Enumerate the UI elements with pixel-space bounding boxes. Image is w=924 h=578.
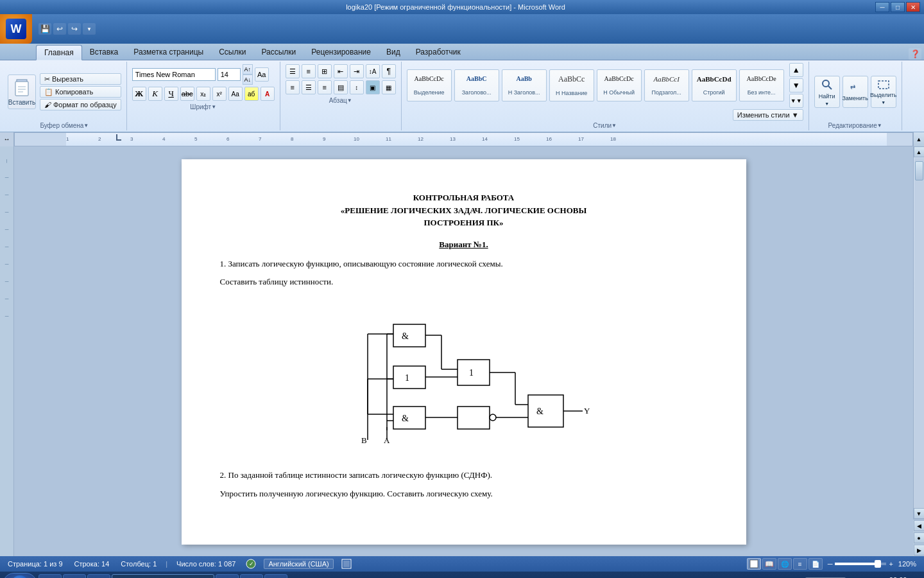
paragraph-group-label[interactable]: Абзац <box>286 96 396 104</box>
style-item-2[interactable]: AaBb Н Заголов... <box>502 69 547 101</box>
paste-button[interactable]: Вставить <box>8 74 36 109</box>
taskbar-explorer[interactable] <box>63 574 86 578</box>
subscript-button[interactable]: x₂ <box>196 87 210 101</box>
clear-format-button[interactable]: Aa <box>255 67 269 82</box>
style-item-3[interactable]: AaBbCc Н Название <box>549 69 594 101</box>
web-layout-button[interactable]: 🌐 <box>778 558 792 570</box>
superscript-button[interactable]: x² <box>212 87 227 101</box>
select-button[interactable]: Выделить ▼ <box>871 76 896 108</box>
find-button[interactable]: Найти ▼ <box>814 76 840 108</box>
tab-view[interactable]: Вид <box>379 44 408 60</box>
tab-developer[interactable]: Разработчик <box>408 44 468 60</box>
scroll-page-selector[interactable]: ● <box>914 532 925 543</box>
tab-mailings[interactable]: Рассылки <box>253 44 304 60</box>
clock-area[interactable]: 22:00 8 октября 2012 г. <box>850 575 910 578</box>
font-size-increase[interactable]: A↑ <box>243 64 253 74</box>
draft-button[interactable]: 📄 <box>809 558 823 570</box>
start-button[interactable]: ⊞ <box>3 573 37 578</box>
word-count[interactable]: Число слов: 1 087 <box>174 559 238 568</box>
show-marks-button[interactable]: ¶ <box>382 64 396 78</box>
minimize-button[interactable]: ─ <box>875 2 889 12</box>
highlight-button[interactable]: аб <box>244 87 259 101</box>
style-item-1[interactable]: AaBbC Заголово... <box>454 69 499 101</box>
style-item-0[interactable]: AaBbCcDc Выделение <box>407 69 452 101</box>
style-item-6[interactable]: AaBbCcDd Строгий <box>692 69 737 101</box>
styles-scroll-down[interactable]: ▼ <box>789 78 803 92</box>
sort-button[interactable]: ↕A <box>366 64 380 78</box>
cut-button[interactable]: ✂ Вырезать <box>40 73 121 85</box>
clipboard-group-label[interactable]: Буфер обмена <box>8 121 121 129</box>
strikethrough-button[interactable]: аbc <box>180 87 194 101</box>
align-center-button[interactable]: ☰ <box>302 80 316 94</box>
italic-button[interactable]: К <box>148 87 162 101</box>
scroll-up-button[interactable]: ▲ <box>914 146 925 157</box>
save-qa-button[interactable]: 💾 <box>38 23 51 35</box>
align-justify-button[interactable]: ▤ <box>334 80 348 94</box>
outline-button[interactable]: ≡ <box>793 558 807 570</box>
scroll-thumb[interactable] <box>915 161 923 180</box>
style-item-7[interactable]: AaBbCcDe Без инте... <box>739 69 784 101</box>
font-group-label[interactable]: Шрифт <box>132 102 275 110</box>
zoom-slider[interactable] <box>835 563 886 565</box>
font-size-decrease[interactable]: A↓ <box>243 74 253 85</box>
restore-button[interactable]: □ <box>891 2 905 12</box>
style-item-5[interactable]: AaBbCcI Подзагол... <box>644 69 689 101</box>
change-styles-button[interactable]: Изменить стили ▼ <box>733 109 803 121</box>
print-layout-button[interactable] <box>747 558 761 570</box>
col-number[interactable]: Столбец: 1 <box>118 559 159 568</box>
change-case-button[interactable]: Aa <box>228 87 243 101</box>
line-spacing-button[interactable]: ↕ <box>350 80 364 94</box>
font-name-selector[interactable]: Times New Roman <box>132 68 216 81</box>
replace-button[interactable]: ⇄ Заменить <box>843 76 868 108</box>
redo-qa-button[interactable]: ↪ <box>68 23 81 35</box>
document-area[interactable]: КОНТРОЛЬНАЯ РАБОТА «РЕШЕНИЕ ЛОГИЧЕСКИХ З… <box>14 146 913 556</box>
page-count[interactable]: Страница: 1 из 9 <box>5 559 65 568</box>
language-selector[interactable]: Английский (США) <box>264 559 333 569</box>
tab-references[interactable]: Ссылки <box>211 44 253 60</box>
format-painter-button[interactable]: 🖌 Формат по образцу <box>40 99 121 110</box>
undo-qa-button[interactable]: ↩ <box>53 23 66 35</box>
ribbon-help-button[interactable]: ❓ <box>909 48 921 60</box>
shading-button[interactable]: ▣ <box>366 80 380 94</box>
border-button[interactable]: ▦ <box>382 80 396 94</box>
bullet-list-button[interactable]: ☰ <box>286 64 300 78</box>
taskbar-ie[interactable]: e <box>38 574 62 578</box>
taskbar-word2[interactable]: W <box>240 574 263 578</box>
font-size-box[interactable]: 14 <box>218 68 241 81</box>
full-reading-button[interactable]: 📖 <box>762 558 776 570</box>
tab-home[interactable]: Главная <box>36 45 82 60</box>
taskbar-media[interactable] <box>87 574 110 578</box>
multi-list-button[interactable]: ⊞ <box>318 64 332 78</box>
font-color-button[interactable]: A <box>261 87 275 101</box>
taskbar-paint[interactable]: 🎨 <box>264 574 287 578</box>
close-button[interactable]: ✕ <box>906 2 920 12</box>
scroll-up-arrow[interactable]: ▲ <box>913 132 924 146</box>
decrease-indent-button[interactable]: ⇤ <box>334 64 348 78</box>
zoom-level[interactable]: 120% <box>896 559 919 568</box>
tab-page-layout[interactable]: Разметка страницы <box>126 44 211 60</box>
num-list-button[interactable]: ≡ <box>302 64 316 78</box>
layout-icon[interactable] <box>340 559 353 569</box>
underline-button[interactable]: Ч <box>164 87 178 101</box>
taskbar-word[interactable]: W logika20 [Режим ограни... <box>112 574 214 578</box>
scroll-down-button[interactable]: ▼ <box>914 508 925 519</box>
ruler-corner[interactable]: ↔ <box>0 132 14 146</box>
tab-review[interactable]: Рецензирование <box>304 44 379 60</box>
increase-indent-button[interactable]: ⇥ <box>350 64 364 78</box>
align-left-button[interactable]: ≡ <box>286 80 300 94</box>
styles-group-label[interactable]: Стили <box>407 121 803 129</box>
scroll-next-page[interactable]: ▶ <box>914 545 925 556</box>
editing-group-label[interactable]: Редактирование <box>814 121 896 129</box>
office-button[interactable]: W <box>0 14 32 44</box>
line-number[interactable]: Строка: 14 <box>72 559 112 568</box>
scroll-track[interactable] <box>914 158 924 507</box>
zoom-in-button[interactable]: + <box>889 560 893 568</box>
copy-button[interactable]: 📋 Копировать <box>40 86 121 98</box>
spell-check-icon[interactable]: ✓ <box>244 559 257 569</box>
zoom-out-button[interactable]: ─ <box>828 560 833 568</box>
qa-more-button[interactable]: ▼ <box>83 23 96 35</box>
styles-scroll-up[interactable]: ▲ <box>789 63 803 77</box>
style-item-4[interactable]: AaBbCcDc Н Обычный <box>597 69 642 101</box>
bold-button[interactable]: Ж <box>132 87 146 101</box>
scroll-prev-page[interactable]: ◀ <box>914 520 925 531</box>
